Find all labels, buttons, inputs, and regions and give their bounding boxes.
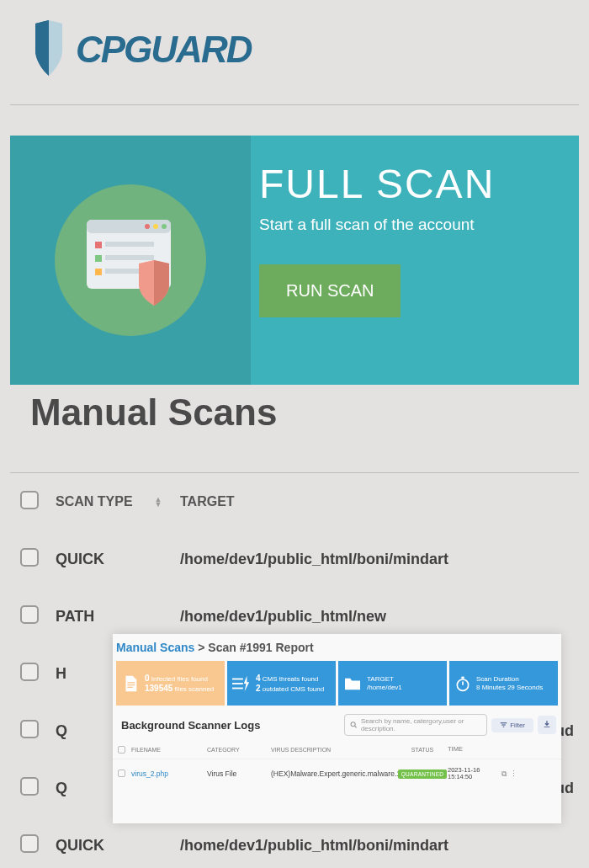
stat-target: TARGET /home/dev1	[338, 661, 447, 706]
col-filename: FILENAME	[131, 747, 207, 753]
svg-rect-7	[95, 242, 102, 248]
select-all-checkbox[interactable]	[20, 491, 39, 509]
document-icon	[121, 674, 140, 693]
download-icon	[543, 720, 551, 728]
svg-rect-11	[95, 269, 102, 275]
stat-cms: 4 CMS threats found 2 outdated CMS found	[227, 661, 336, 706]
col-scan-type[interactable]: SCAN TYPE	[56, 494, 133, 509]
folder-icon	[343, 676, 362, 691]
svg-rect-20	[461, 676, 464, 679]
scan-report-modal: Manual Scans > Scan #1991 Report 0 Infec…	[113, 634, 561, 823]
col-status: STATUS	[397, 747, 448, 753]
cell-target: /home/dev1/public_html/new	[180, 608, 579, 626]
breadcrumb-link[interactable]: Manual Scans	[116, 641, 194, 654]
log-row[interactable]: virus_2.php Virus File (HEX)Malware.Expe…	[113, 759, 561, 788]
svg-rect-15	[127, 686, 132, 687]
search-icon	[350, 721, 358, 729]
cell-filename[interactable]: virus_2.php	[131, 769, 207, 778]
search-input[interactable]: Search by name, catergory,user or descri…	[344, 714, 487, 736]
banner-title: FULL SCAN	[259, 161, 552, 207]
svg-point-22	[351, 722, 355, 727]
svg-point-4	[145, 224, 150, 229]
cell-virus: (HEX)Malware.Expert.generic.malware.165	[271, 769, 397, 778]
svg-point-5	[153, 224, 158, 229]
more-icon[interactable]: ⋮	[510, 769, 517, 778]
download-button[interactable]	[538, 716, 556, 734]
table-header: SCAN TYPE ▲▼ TARGET	[10, 473, 579, 530]
svg-rect-8	[105, 242, 154, 247]
run-scan-button[interactable]: RUN SCAN	[259, 264, 401, 317]
cell-scan-type: QUICK	[56, 837, 180, 855]
logs-title: Background Scanner Logs	[121, 719, 260, 732]
filter-button[interactable]: Filter	[491, 718, 533, 732]
row-checkbox[interactable]	[20, 777, 39, 796]
col-time: TIME	[448, 746, 501, 753]
stat-duration: Scan Duration 8 Minutes 29 Seconds	[449, 661, 558, 706]
svg-rect-18	[232, 687, 243, 689]
svg-rect-17	[232, 683, 243, 684]
breadcrumb: Manual Scans > Scan #1991 Report	[113, 634, 561, 661]
status-badge: QUARANTINED	[398, 769, 448, 779]
svg-rect-13	[127, 682, 135, 683]
row-checkbox[interactable]	[20, 548, 39, 567]
section-title: Manual Scans	[30, 391, 589, 434]
cell-scan-type: PATH	[56, 608, 180, 626]
full-scan-banner: FULL SCAN Start a full scan of the accou…	[10, 136, 579, 385]
sort-icon[interactable]: ▲▼	[155, 497, 162, 507]
log-select-all[interactable]	[118, 746, 125, 754]
col-category: CATEGORY	[207, 747, 271, 753]
svg-rect-14	[127, 684, 135, 684]
copy-icon[interactable]: ⧉	[501, 769, 507, 779]
filter-icon	[500, 722, 507, 728]
cell-target: /home/dev1/public_html/boni/mindart	[180, 551, 579, 568]
svg-rect-9	[95, 255, 102, 262]
stopwatch-icon	[454, 675, 471, 692]
divider	[10, 104, 579, 105]
cell-time: 2023-11-16 15:14:50	[448, 767, 501, 781]
cell-scan-type: QUICK	[56, 551, 180, 568]
breadcrumb-current: > Scan #1991 Report	[198, 641, 313, 654]
stat-infected: 0 Infected files found 139545 files scan…	[116, 661, 225, 706]
banner-subtitle: Start a full scan of the account	[259, 216, 552, 234]
svg-text:CPGUARD: CPGUARD	[76, 29, 252, 70]
row-checkbox[interactable]	[20, 663, 39, 681]
svg-line-23	[355, 726, 357, 727]
col-target[interactable]: TARGET	[180, 494, 579, 509]
log-header: FILENAME CATEGORY VIRUS DESCRIPTION STAT…	[113, 741, 561, 759]
row-checkbox[interactable]	[20, 834, 39, 853]
svg-point-6	[162, 224, 167, 229]
svg-rect-27	[544, 727, 550, 727]
banner-illustration	[10, 136, 251, 385]
table-row[interactable]: QUICK /home/dev1/public_html/boni/mindar…	[10, 817, 579, 868]
log-row-checkbox[interactable]	[118, 769, 125, 777]
svg-rect-10	[105, 255, 154, 260]
table-row[interactable]: QUICK /home/dev1/public_html/boni/mindar…	[10, 530, 579, 588]
row-checkbox[interactable]	[20, 605, 39, 624]
cell-target: /home/dev1/public_html/boni/mindart	[180, 837, 579, 855]
svg-rect-16	[232, 678, 243, 679]
logo: CPGUARD	[0, 0, 589, 104]
cell-category: Virus File	[207, 769, 271, 778]
col-virus: VIRUS DESCRIPTION	[271, 747, 397, 753]
bolt-icon	[232, 675, 251, 692]
row-checkbox[interactable]	[20, 720, 39, 738]
